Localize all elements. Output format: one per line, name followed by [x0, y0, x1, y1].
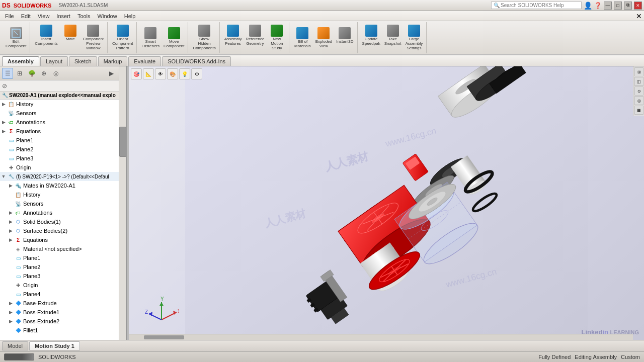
- tree-item-plane3b[interactable]: ▭ Plane3: [0, 272, 119, 281]
- maximize-button[interactable]: □: [614, 2, 622, 10]
- restore-button[interactable]: ⧉: [624, 2, 632, 10]
- close-button[interactable]: ✕: [634, 2, 642, 10]
- menu-edit[interactable]: Edit: [18, 12, 34, 20]
- tree-item-mates[interactable]: ▶ 🔩 Mates in SW2020-A1: [0, 181, 119, 190]
- tree-item-surface-bodies[interactable]: ▶ ⬡ Surface Bodies(2): [0, 226, 119, 235]
- fm-icon-list[interactable]: ☰: [2, 68, 13, 79]
- tree-item-history2[interactable]: 📋 History: [0, 190, 119, 199]
- search-input[interactable]: [501, 3, 576, 8]
- tab-markup[interactable]: Markup: [98, 56, 128, 66]
- show-hidden-button[interactable]: ShowHiddenComponents: [191, 24, 217, 51]
- tree-item-equations[interactable]: ▶ Σ Equations: [0, 127, 119, 136]
- smart-fasteners-button[interactable]: SmartFasteners: [140, 26, 161, 50]
- tree-item-plane4[interactable]: ▭ Plane4: [0, 290, 119, 299]
- assembly-features-button[interactable]: AssemblyFeatures: [223, 24, 244, 51]
- menu-tools[interactable]: Tools: [74, 12, 94, 20]
- user-icon[interactable]: 👤: [584, 2, 592, 10]
- tab-evaluate[interactable]: Evaluate: [128, 56, 161, 66]
- tab-assembly[interactable]: Assembly: [2, 56, 39, 66]
- tree-item-boss-extrude2[interactable]: ▶ 🔷 Boss-Extrude2: [0, 317, 119, 326]
- help-icon[interactable]: ❓: [594, 2, 602, 9]
- tree-item-plane2b[interactable]: ▭ Plane2: [0, 262, 119, 272]
- tree-label-surface-bodies: Surface Bodies(2): [23, 228, 67, 234]
- bottom-tab-bar: Model Motion Study 1: [0, 340, 644, 351]
- fm-icon-dim[interactable]: ⊕: [38, 68, 49, 79]
- minimize-button[interactable]: —: [604, 2, 612, 10]
- tree-arrow: ▶: [0, 120, 7, 125]
- menu-help[interactable]: Help: [121, 12, 139, 20]
- view-btn-3[interactable]: ⊙: [634, 86, 643, 96]
- boss-extrude1-icon: 🔷: [14, 308, 22, 316]
- view-btn-4[interactable]: ◎: [634, 96, 643, 105]
- scenes-button[interactable]: 💡: [179, 68, 190, 79]
- menu-window[interactable]: Window: [95, 12, 120, 20]
- instant3d-button[interactable]: Instant3D: [335, 26, 355, 50]
- menu-close-icon[interactable]: ✕: [636, 12, 642, 20]
- tree-item-origin2[interactable]: ✚ Origin: [0, 281, 119, 290]
- tab-sketch[interactable]: Sketch: [69, 56, 97, 66]
- tree-item-equations2[interactable]: ▶ Σ Equations: [0, 235, 119, 244]
- edit-component-button[interactable]: EditComponent: [4, 26, 28, 50]
- hscroll-thumb[interactable]: [144, 335, 184, 339]
- 3d-viewport[interactable]: 🎯 📐 👁 🎨 💡 ⚙: [129, 66, 644, 340]
- take-snapshot-button[interactable]: TakeSnapshot: [383, 24, 403, 51]
- reference-geometry-button[interactable]: ReferenceGeometry: [244, 24, 266, 51]
- tab-addins[interactable]: SOLIDWORKS Add-Ins: [162, 56, 231, 66]
- svg-line-1: [14, 31, 18, 35]
- fm-icon-appearance[interactable]: ◎: [50, 68, 61, 79]
- fm-icon-detail[interactable]: ⊞: [14, 68, 25, 79]
- menu-view[interactable]: View: [35, 12, 53, 20]
- origin-icon: ✚: [7, 163, 15, 171]
- tree-item-plane2[interactable]: ▭ Plane2: [0, 145, 119, 154]
- tree-item-plane3[interactable]: ▭ Plane3: [0, 154, 119, 163]
- menu-insert[interactable]: Insert: [53, 12, 73, 20]
- tree-item-history[interactable]: ▶ 📋 History: [0, 100, 119, 109]
- bottom-tab-motion-study[interactable]: Motion Study 1: [29, 341, 80, 350]
- view-setting-button[interactable]: ⚙: [191, 68, 202, 79]
- display-style-button[interactable]: 📐: [143, 68, 154, 79]
- tree-item-plane1b[interactable]: ▭ Plane1: [0, 253, 119, 262]
- move-component-button[interactable]: MoveComponent: [162, 26, 186, 50]
- tree-item-fillet1[interactable]: 🔷 Fillet1: [0, 326, 119, 335]
- tab-layout[interactable]: Layout: [40, 56, 68, 66]
- tree-arrow: ▶: [0, 102, 7, 107]
- bill-of-materials-button[interactable]: Bill ofMaterials: [292, 26, 312, 50]
- new-motion-study-button[interactable]: NewMotionStudy: [267, 24, 287, 51]
- tree-item-sensors[interactable]: 📡 Sensors: [0, 109, 119, 118]
- view-btn-5[interactable]: ▦: [634, 106, 643, 115]
- tree-label-plane4: Plane4: [23, 291, 40, 297]
- linear-pattern-button[interactable]: LinearComponentPattern: [111, 24, 134, 51]
- component-preview-button[interactable]: ComponentPreviewWindow: [82, 24, 105, 51]
- view-btn-1[interactable]: ⊞: [634, 67, 643, 76]
- insert-components-button[interactable]: InsertComponents: [33, 24, 59, 51]
- tree-item-plane1[interactable]: ▭ Plane1: [0, 136, 119, 145]
- bottom-tab-model[interactable]: Model: [2, 341, 28, 350]
- search-box[interactable]: 🔍: [491, 2, 582, 9]
- update-speedpak-button[interactable]: UpdateSpeedpak: [361, 24, 382, 51]
- fm-icon-config[interactable]: 🌳: [26, 68, 37, 79]
- view-orient-button[interactable]: 🎯: [131, 68, 142, 79]
- exploded-view-button[interactable]: ExplodedView: [313, 26, 334, 50]
- mate-button[interactable]: Mate: [60, 24, 80, 51]
- tree-item-origin[interactable]: ✚ Origin: [0, 163, 119, 172]
- surface-bodies-icon: ⬡: [14, 227, 22, 235]
- hide-show-button[interactable]: 👁: [155, 68, 166, 79]
- tree-item-material[interactable]: ◈ Material <not specified>: [0, 244, 119, 253]
- view-btn-2[interactable]: ◫: [634, 77, 643, 86]
- tree-item-component[interactable]: ▼ 🔧 (f) SW2020-P19<1> ->? (Default<<Defa…: [0, 172, 119, 181]
- panel-scrollbar[interactable]: [119, 66, 126, 340]
- tree-item-boss-extrude1[interactable]: ▶ 🔷 Boss-Extrude1: [0, 308, 119, 317]
- tree-item-solid-bodies[interactable]: ▶ ⬡ Solid Bodies(1): [0, 217, 119, 226]
- tree-item-base-extrude[interactable]: ▶ 🔷 Base-Extrude: [0, 299, 119, 308]
- edit-appear-button[interactable]: 🎨: [167, 68, 178, 79]
- tree-item-sensors2[interactable]: 📡 Sensors: [0, 199, 119, 208]
- reference-geometry-icon: [249, 25, 261, 37]
- tree-item-annotations2[interactable]: ▶ 🏷 Annotations: [0, 208, 119, 217]
- tree-item-annotations[interactable]: ▶ 🏷 Annotations: [0, 118, 119, 127]
- menu-file[interactable]: File: [2, 12, 17, 20]
- fm-expand-icon[interactable]: ▶: [106, 68, 117, 79]
- scrollbar-thumb[interactable]: [119, 127, 126, 157]
- tree-label-origin2: Origin: [23, 282, 38, 288]
- large-assembly-button[interactable]: LargeAssemblySettings: [404, 24, 425, 51]
- viewport-hscrollbar[interactable]: [129, 334, 633, 340]
